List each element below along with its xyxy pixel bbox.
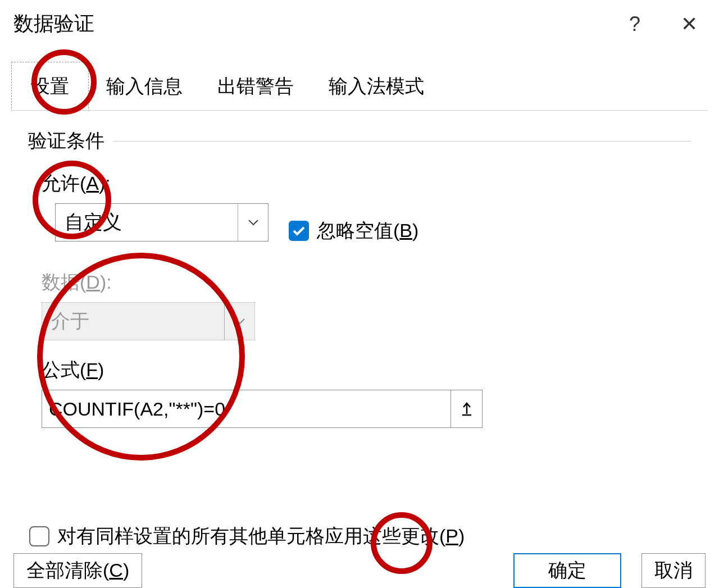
allow-dropdown[interactable]: 自定义 (55, 203, 269, 241)
ok-button[interactable]: 确定 (513, 553, 621, 588)
validation-criteria-label: 验证条件 (28, 128, 691, 154)
range-selector-button[interactable] (450, 390, 482, 427)
criteria-text: 验证条件 (28, 128, 104, 154)
ignore-blank-label: 忽略空值(B) (317, 218, 418, 244)
close-icon[interactable]: ✕ (681, 12, 706, 36)
titlebar: 数据验证 ? ✕ (0, 0, 719, 48)
tab-content: 验证条件 允许(A): 自定义 忽略空值(B) 数据 (0, 111, 719, 566)
formula-field (42, 390, 483, 428)
formula-input[interactable] (42, 390, 450, 427)
apply-all-label: 对有同样设置的所有其他单元格应用这些更改(P) (57, 523, 465, 549)
tab-settings[interactable]: 设置 (11, 62, 89, 111)
cancel-button[interactable]: 取消 (641, 553, 706, 588)
data-validation-dialog: 数据验证 ? ✕ 设置 输入信息 出错警告 输入法模式 验证条件 允许(A): … (0, 0, 719, 588)
tab-input-message[interactable]: 输入信息 (89, 62, 200, 111)
apply-all-checkbox[interactable]: 对有同样设置的所有其他单元格应用这些更改(P) (29, 523, 691, 549)
chevron-down-icon (224, 303, 254, 340)
ignore-blank-checkbox[interactable]: 忽略空值(B) (289, 218, 418, 244)
allow-value: 自定义 (56, 209, 238, 235)
titlebar-controls: ? ✕ (629, 12, 706, 36)
clear-all-button[interactable]: 全部清除(C) (13, 553, 142, 588)
chevron-down-icon[interactable] (238, 204, 268, 241)
tab-bar: 设置 输入信息 出错警告 输入法模式 (11, 61, 719, 111)
checkbox-unchecked-icon (29, 526, 49, 546)
data-value: 介于 (42, 308, 224, 334)
help-icon[interactable]: ? (629, 12, 640, 36)
allow-label: 允许(A): (42, 171, 691, 197)
formula-label: 公式(F) (42, 357, 691, 383)
data-label: 数据(D): (42, 270, 691, 295)
data-dropdown: 介于 (42, 302, 255, 340)
dialog-footer: 全部清除(C) 确定 取消 (0, 553, 719, 588)
divider (113, 141, 691, 142)
tab-ime-mode[interactable]: 输入法模式 (311, 62, 442, 111)
checkbox-checked-icon (289, 221, 309, 241)
dialog-title: 数据验证 (13, 10, 94, 38)
tab-error-alert[interactable]: 出错警告 (200, 62, 311, 111)
